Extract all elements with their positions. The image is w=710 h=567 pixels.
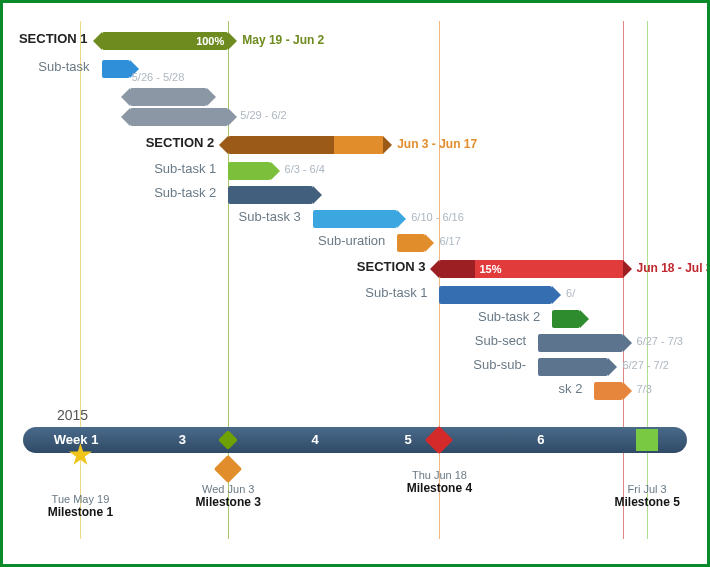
timeline-week1: Week 1 [54, 427, 99, 453]
milestone-3-marker [214, 455, 242, 483]
year-label: 2015 [57, 407, 88, 423]
s2-task2-bar [313, 210, 397, 228]
row-s3-task-2: Sub-sect 6/27 - 7/3 [3, 333, 707, 353]
s2-task3-bar [397, 234, 425, 252]
section-3-label: SECTION 3 [357, 259, 426, 274]
s3-task4-dates: 7/3 [637, 383, 652, 395]
timeline-dot [461, 423, 467, 457]
milestone-3-date: Wed Jun 3 [173, 483, 283, 495]
gantt-chart: SECTION 1 100% May 19 - Jun 2 Sub-task 5… [0, 0, 710, 567]
s3-task1-label: Sub-task 2 [478, 309, 540, 324]
timeline-tick-4: 4 [312, 427, 319, 453]
milestone-1-date: Tue May 19 [25, 493, 135, 505]
row-s1-task-2: 5/29 - 6/2 [3, 107, 707, 127]
s1-task2-dates: 5/29 - 6/2 [240, 109, 286, 121]
s2-task0-dates: 6/3 - 6/4 [285, 163, 325, 175]
section-2-bar [228, 136, 383, 154]
s2-task3-dates: 6/17 [439, 235, 460, 247]
row-section-1: SECTION 1 100% May 19 - Jun 2 [3, 31, 707, 51]
milestone-5-marker [636, 429, 658, 451]
s3-task4-bar [594, 382, 622, 400]
timeline-tick-5: 5 [404, 427, 411, 453]
row-s3-task-1: Sub-task 2 [3, 309, 707, 329]
s1-task0-bar [102, 60, 130, 78]
chart-area: SECTION 1 100% May 19 - Jun 2 Sub-task 5… [3, 3, 707, 564]
milestone-5-name: Milestone 5 [592, 495, 702, 509]
row-section-2: SECTION 2 Jun 3 - Jun 17 [3, 135, 707, 155]
section-3-pct: 15% [479, 260, 501, 278]
s3-task2-dates: 6/27 - 7/3 [637, 335, 683, 347]
row-s2-task-2: Sub-task 3 6/10 - 6/16 [3, 209, 707, 229]
section-2-dates: Jun 3 - Jun 17 [397, 137, 477, 151]
milestone-3-col: Wed Jun 3 Milestone 3 [173, 483, 283, 509]
timeline-dot [116, 423, 122, 457]
timeline-tick-3: 3 [179, 427, 186, 453]
milestone-5-date: Fri Jul 3 [592, 483, 702, 495]
milestone-3-name: Milestone 3 [173, 495, 283, 509]
row-s3-task-3: Sub-sub- 6/27 - 7/2 [3, 357, 707, 377]
row-section-3: SECTION 3 15% Jun 18 - Jul 3 [3, 259, 707, 279]
milestone-5-col: Fri Jul 3 Milestone 5 [592, 483, 702, 509]
s2-task3-label: Sub-uration [318, 233, 385, 248]
s3-task3-dates: 6/27 - 7/2 [622, 359, 668, 371]
s1-task2-bar [130, 108, 229, 126]
row-s2-task-3: Sub-uration 6/17 [3, 233, 707, 253]
row-s1-task-1: 5/26 - 5/28 [3, 87, 707, 107]
s2-task0-label: Sub-task 1 [154, 161, 216, 176]
section-1-pct: 100% [196, 32, 224, 50]
milestone-1-name: Milestone 1 [25, 505, 135, 519]
s1-task1-bar [130, 88, 207, 106]
row-s3-task-0: Sub-task 1 6/ [3, 285, 707, 305]
section-1-bar: 100% [102, 32, 229, 50]
s2-task2-label: Sub-task 3 [239, 209, 301, 224]
milestone-4-col: Thu Jun 18 Milestone 4 [384, 469, 494, 495]
s2-task1-label: Sub-task 2 [154, 185, 216, 200]
s3-task4-label: sk 2 [559, 381, 583, 396]
s1-task1-dates: 5/26 - 5/28 [132, 71, 185, 83]
s2-task1-bar [228, 186, 312, 204]
section-2-bar-overlay [334, 136, 383, 154]
s2-task2-dates: 6/10 - 6/16 [411, 211, 464, 223]
row-s3-task-4: sk 2 7/3 [3, 381, 707, 401]
section-1-dates: May 19 - Jun 2 [242, 33, 324, 47]
s3-task2-bar [538, 334, 622, 352]
row-s2-task-0: Sub-task 1 6/3 - 6/4 [3, 161, 707, 181]
s2-task0-bar [228, 162, 270, 180]
s1-task0-label: Sub-task [38, 59, 89, 74]
s3-task0-label: Sub-task 1 [365, 285, 427, 300]
section-2-label: SECTION 2 [146, 135, 215, 150]
timeline-bar: Week 1 3 4 5 6 [23, 427, 687, 453]
s3-task2-label: Sub-sect [475, 333, 526, 348]
s3-task3-label: Sub-sub- [473, 357, 526, 372]
row-s2-task-1: Sub-task 2 [3, 185, 707, 205]
milestone-4-date: Thu Jun 18 [384, 469, 494, 481]
s3-task3-bar [538, 358, 608, 376]
timeline-dot [355, 423, 361, 457]
s3-task0-bar [439, 286, 552, 304]
section-3-bar: 15% [439, 260, 622, 278]
milestone-4-name: Milestone 4 [384, 481, 494, 495]
section-1-label: SECTION 1 [19, 31, 88, 46]
row-s1-task-0: Sub-task [3, 59, 707, 79]
milestone-1-col: Tue May 19 Milestone 1 [25, 493, 135, 519]
section-3-dates: Jun 18 - Jul 3 [637, 261, 710, 275]
s3-task1-bar [552, 310, 580, 328]
timeline-tick-6: 6 [537, 427, 544, 453]
timeline-dot [249, 423, 255, 457]
timeline-dot [594, 423, 600, 457]
s3-task0-dates: 6/ [566, 287, 575, 299]
